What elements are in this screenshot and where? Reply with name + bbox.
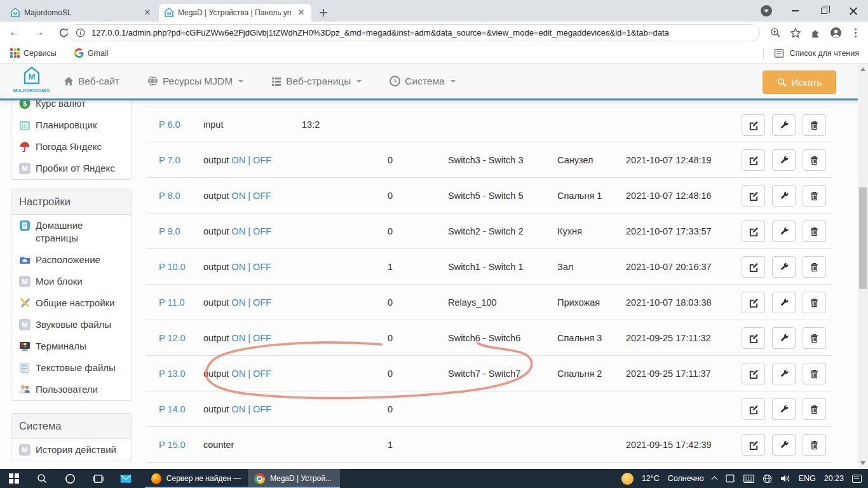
sidebar-item-myblocks[interactable]: M Мои блоки [11, 271, 131, 292]
row-delete-button[interactable] [803, 434, 826, 456]
zoom-icon[interactable] [770, 27, 781, 38]
row-config-button[interactable] [772, 398, 796, 420]
port-link[interactable]: P 14.0 [159, 404, 186, 414]
sidebar-item-homepages[interactable]: Домашние страницы [11, 215, 131, 249]
row-delete-button[interactable] [803, 149, 826, 171]
port-on-link[interactable]: ON [231, 155, 245, 165]
tray-overflow-icon[interactable] [711, 477, 717, 483]
nav-item-webpages[interactable]: Веб-страницы [271, 76, 362, 87]
taskbar-search-icon[interactable] [28, 469, 56, 488]
port-off-link[interactable]: OFF [253, 226, 271, 236]
tray-weather-desc[interactable]: Солнечно [668, 474, 704, 483]
port-off-link[interactable]: OFF [253, 191, 271, 201]
row-delete-button[interactable] [803, 327, 826, 349]
port-off-link[interactable]: OFF [253, 404, 271, 414]
forward-icon[interactable]: → [34, 26, 44, 39]
row-edit-button[interactable] [742, 220, 765, 242]
tray-clock[interactable]: 20:23 [824, 474, 844, 483]
port-off-link[interactable]: OFF [253, 333, 271, 343]
search-button[interactable]: Искать [763, 71, 836, 94]
sidebar-item-soundfiles[interactable]: M Звуковые файлы [11, 314, 131, 336]
row-delete-button[interactable] [803, 185, 826, 207]
row-edit-button[interactable] [742, 363, 765, 384]
row-edit-button[interactable] [742, 398, 765, 420]
sidebar-item-history[interactable]: M История действий [11, 439, 131, 461]
bookmark-services[interactable]: Сервисы [10, 48, 57, 58]
row-config-button[interactable] [772, 327, 796, 349]
row-config-button[interactable] [772, 363, 796, 384]
task-view-icon[interactable] [84, 469, 112, 488]
page-scrollbar[interactable] [858, 64, 868, 469]
back-icon[interactable]: ← [9, 26, 20, 39]
sidebar-item-traffic[interactable]: M Пробки от Яндекс [11, 158, 131, 179]
window-restore-button[interactable] [810, 0, 839, 22]
port-on-link[interactable]: ON [231, 333, 245, 343]
row-edit-button[interactable] [742, 292, 765, 313]
volume-icon[interactable] [780, 474, 790, 483]
majordomo-logo[interactable]: M MAJORDOMO [11, 66, 52, 93]
touch-keyboard-icon[interactable] [743, 475, 754, 483]
mail-app-icon[interactable] [112, 469, 140, 488]
reading-list-button[interactable]: Список для чтения [789, 49, 859, 58]
tab-close-icon[interactable]: ✕ [142, 8, 153, 18]
notification-center-icon[interactable] [852, 475, 862, 483]
sidebar-item-users[interactable]: Пользователи [11, 379, 131, 400]
port-link[interactable]: P 6.0 [159, 119, 180, 130]
window-close-button[interactable] [839, 0, 868, 22]
row-config-button[interactable] [772, 256, 796, 278]
nav-item-website[interactable]: Веб-сайт [64, 76, 119, 87]
port-link[interactable]: P 13.0 [159, 369, 186, 379]
row-edit-button[interactable] [742, 256, 765, 278]
port-link[interactable]: P 15.0 [159, 440, 186, 450]
sidebar-item-general-settings[interactable]: Общие настройки [11, 292, 131, 314]
row-delete-button[interactable] [803, 398, 826, 420]
port-on-link[interactable]: ON [231, 297, 245, 308]
nav-item-system[interactable]: Система [390, 76, 455, 87]
tab-majordomosl[interactable]: M MajordomoSL ✕ [5, 4, 158, 22]
row-delete-button[interactable] [803, 220, 826, 242]
scrollbar-thumb[interactable] [859, 187, 867, 289]
tab-close-icon[interactable]: ✕ [296, 8, 306, 18]
cortana-icon[interactable] [56, 469, 84, 488]
sidebar-item-scheduler[interactable]: Планировщик [11, 114, 131, 136]
port-link[interactable]: P 7.0 [159, 155, 180, 165]
taskbar-firefox-window[interactable]: Сервер не найден —... [145, 469, 248, 488]
port-off-link[interactable]: OFF [253, 297, 271, 308]
row-config-button[interactable] [772, 292, 796, 313]
port-off-link[interactable]: OFF [253, 155, 271, 165]
row-edit-button[interactable] [742, 149, 765, 171]
language-indicator[interactable]: ENG [799, 474, 816, 483]
tray-temperature[interactable]: 12°C [642, 474, 660, 483]
start-button[interactable] [0, 469, 28, 488]
port-on-link[interactable]: ON [231, 262, 245, 272]
port-off-link[interactable]: OFF [253, 369, 271, 379]
nav-item-resources[interactable]: Ресурсы MJDM [147, 76, 243, 87]
row-delete-button[interactable] [803, 363, 826, 384]
row-edit-button[interactable] [742, 434, 765, 456]
port-on-link[interactable]: ON [231, 369, 245, 379]
row-config-button[interactable] [772, 434, 796, 456]
row-delete-button[interactable] [803, 256, 826, 278]
port-on-link[interactable]: ON [231, 226, 245, 236]
browser-menu-icon[interactable] [851, 28, 860, 37]
taskbar-chrome-window[interactable]: MegaD | Устрой... [248, 469, 340, 488]
new-tab-button[interactable] [316, 6, 330, 20]
port-off-link[interactable]: OFF [253, 262, 271, 272]
port-link[interactable]: P 10.0 [159, 262, 186, 272]
port-on-link[interactable]: ON [231, 404, 245, 414]
tab-megad[interactable]: M MegaD | Устройства | Панель уп ✕ [159, 4, 311, 22]
connect-display-icon[interactable] [725, 474, 735, 483]
sidebar-item-terminals[interactable]: Терминалы [11, 336, 131, 357]
row-config-button[interactable] [772, 114, 796, 136]
row-config-button[interactable] [772, 149, 796, 171]
row-edit-button[interactable] [742, 327, 765, 349]
sidebar-item-location[interactable]: Расположение [11, 249, 131, 271]
row-config-button[interactable] [772, 185, 796, 207]
bookmark-star-icon[interactable] [790, 27, 801, 39]
scroll-up-icon[interactable] [860, 67, 865, 71]
profile-avatar-icon[interactable] [830, 27, 842, 39]
network-globe-icon[interactable] [763, 474, 772, 484]
bookmark-gmail[interactable]: Gmail [74, 48, 109, 58]
port-on-link[interactable]: ON [231, 191, 245, 201]
browser-update-icon[interactable] [761, 5, 772, 17]
